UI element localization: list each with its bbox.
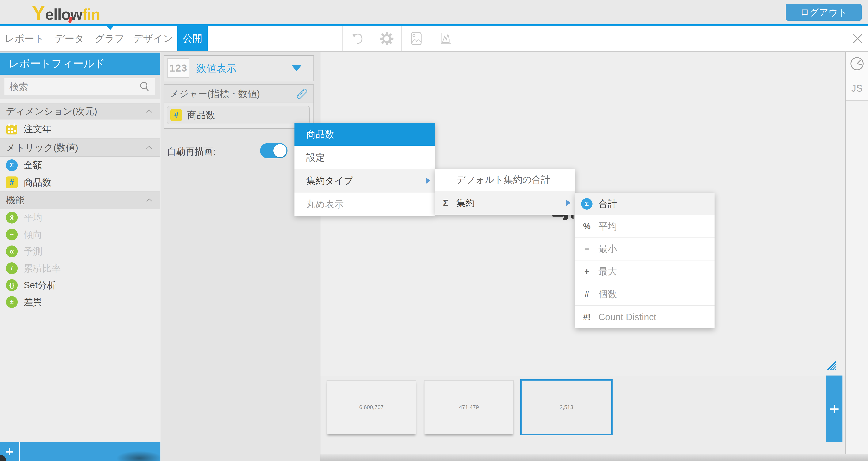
menu-item-aggregate[interactable]: Σ 集約 [435,191,575,215]
chart-icon [438,31,454,47]
trend-icon: ~ [6,228,18,240]
section-metrics[interactable]: メトリック(数値) [0,139,160,157]
function-set-analysis[interactable]: {} Set分析 [0,277,160,294]
field-product-count[interactable]: # 商品数 [0,174,160,191]
function-average[interactable]: x̄ 平均 [0,209,160,226]
tab-data[interactable]: データ [49,26,90,51]
tab-design[interactable]: デザイン [129,26,177,51]
refresh-timer-button[interactable] [846,52,868,76]
search-box[interactable] [4,78,155,95]
sigma-circle-icon: Σ [581,198,592,210]
thumbnail-card[interactable]: 471,479 [424,380,514,434]
function-cumulative-ratio[interactable]: / 累積比率 [0,260,160,277]
menu-item-minimum[interactable]: − 最小 [575,238,715,260]
undo-button[interactable] [342,26,372,51]
gear-icon [379,31,395,47]
display-settings-panel: 123 数値表示 メジャー(指標・数値) # 商品数 自動再描画: [161,52,320,461]
menu-item-settings[interactable]: 設定 [294,146,435,169]
variance-icon: ± [6,296,18,308]
logout-button[interactable]: ログアウト [786,4,862,21]
hash-icon: # [575,289,598,299]
measure-chip-product-count[interactable]: # 商品数 [167,106,310,124]
yellowfin-report-builder: Yellowfin ログアウト レポート データ グラフ デザイン 公開 [0,0,868,461]
chevron-up-icon[interactable] [146,146,153,150]
field-context-menu: 商品数 設定 集約タイプ 丸め表示 [294,123,435,216]
numeric-display-icon: 123 [167,58,189,78]
display-type-value: 数値表示 [196,56,237,81]
measure-drop-zone: メジャー(指標・数値) # 商品数 [164,85,314,129]
tab-publish[interactable]: 公開 [177,26,208,51]
section-label: ディメンション(次元) [6,105,97,118]
chevron-up-icon[interactable] [146,198,153,202]
thumbnail-card[interactable]: 6,600,707 [327,380,416,434]
auto-redraw-toggle[interactable] [260,143,287,158]
function-label: 予測 [24,245,42,258]
search-input[interactable] [9,81,139,92]
menu-item-default-aggregation-sum[interactable]: デフォルト集約の合計 [435,169,575,191]
chart-preview-button[interactable] [431,26,460,51]
horizontal-scrollbar[interactable] [320,454,868,461]
chevron-down-icon [291,65,302,71]
menu-item-count[interactable]: # 個数 [575,283,715,306]
image-icon [408,31,424,47]
calendar-icon [6,123,18,135]
function-trend[interactable]: ~ 傾向 [0,226,160,243]
menu-item-label: 最小 [598,243,617,255]
undo-icon [349,31,365,47]
menu-item-label: 集約タイプ [306,175,353,187]
menu-item-average[interactable]: % 平均 [575,215,715,238]
yellowfin-logo: Yellowfin [32,1,100,25]
function-label: Set分析 [24,279,56,291]
js-api-button[interactable]: JS [846,76,868,101]
thumbnail-value: 6,600,707 [359,404,384,410]
menu-item-label: 集約 [456,197,475,209]
add-widget-button[interactable]: + [826,375,842,442]
close-icon [852,33,864,44]
chevron-up-icon[interactable] [146,109,153,113]
logo-y: Y [32,1,45,24]
function-forecast[interactable]: α 予測 [0,243,160,260]
thumbnail-card-selected[interactable]: 2,513 [520,379,613,435]
submenu-arrow-icon [566,200,570,206]
resize-grip-icon[interactable] [826,360,837,370]
field-amount[interactable]: Σ 金額 [0,157,160,174]
close-button[interactable] [847,26,868,51]
minus-icon: − [575,244,598,254]
sum-icon-wrap: Σ [575,198,598,210]
function-label: 平均 [24,212,42,224]
menu-item-maximum[interactable]: + 最大 [575,260,715,283]
js-badge: JS [851,83,863,94]
plus-icon: + [575,267,598,276]
field-order-year[interactable]: 注文年 [0,120,160,139]
big-number-fragment [552,215,564,217]
section-functions[interactable]: 機能 [0,191,160,209]
divider [19,442,20,461]
menu-item-label: 平均 [598,220,617,233]
settings-button[interactable] [372,26,401,51]
measure-header: メジャー(指標・数値) [164,85,313,103]
menu-item-rounding[interactable]: 丸め表示 [294,192,435,216]
function-variance[interactable]: ± 差異 [0,294,160,310]
menu-item-count-distinct[interactable]: #! Count Distinct [575,306,715,328]
display-type-dropdown[interactable]: 123 数値表示 [164,55,314,81]
widget-thumbnail-strip: 6,600,707 471,479 2,513 [320,375,845,454]
hash-square-icon: # [170,109,182,121]
sigma-icon: Σ [435,198,456,208]
menu-header-product-count: 商品数 [294,123,435,146]
shadow-blob [116,451,160,461]
menu-item-sum[interactable]: Σ 合計 [575,193,715,215]
sigma-circle-icon: Σ [6,159,18,171]
auto-redraw-label: 自動再描画: [167,144,216,159]
section-label: 機能 [6,194,25,207]
section-label: メトリック(数値) [6,142,78,154]
section-dimensions[interactable]: ディメンション(次元) [0,103,160,120]
tab-report[interactable]: レポート [0,26,49,51]
hash-square-icon: # [6,177,18,188]
background-image-button[interactable] [401,26,431,51]
top-bar: Yellowfin ログアウト [0,0,868,24]
set-analysis-icon: {} [6,279,18,291]
search-icon [139,81,151,93]
field-label: 商品数 [24,176,52,189]
average-icon: x̄ [6,212,18,223]
menu-item-aggregation-type[interactable]: 集約タイプ [294,169,435,192]
